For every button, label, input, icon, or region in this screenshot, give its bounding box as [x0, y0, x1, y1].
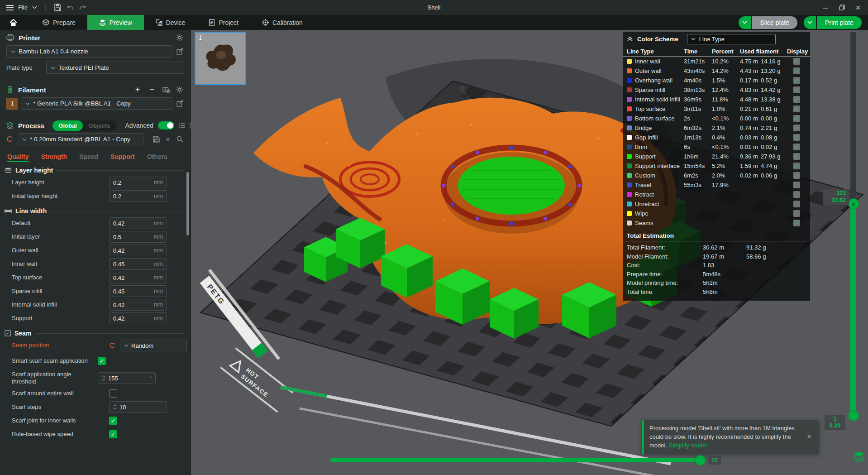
setting-input[interactable]: 0.45mm — [109, 258, 167, 270]
display-checkbox[interactable]: ✓ — [793, 210, 800, 217]
collapse-panel-icon[interactable] — [627, 36, 633, 42]
display-checkbox[interactable]: ✓ — [793, 163, 800, 169]
printer-settings-gear-icon[interactable] — [175, 33, 184, 42]
save-icon[interactable] — [54, 4, 62, 11]
setting-input[interactable]: 0.42mm — [109, 299, 167, 311]
scarf-steps-spinner[interactable]: 10 — [109, 401, 167, 413]
tab-calibration[interactable]: Calibration — [250, 15, 315, 30]
setting-input[interactable]: 0.42mm — [109, 272, 167, 283]
add-filament-button[interactable]: + — [133, 85, 143, 94]
preview-viewport[interactable]: Bambu Textured PEI Plate PETG HOT SURFAC… — [191, 30, 868, 475]
process-tab[interactable]: Quality — [7, 153, 29, 162]
display-checkbox[interactable]: ✓ — [793, 172, 800, 179]
display-checkbox[interactable]: ✓ — [793, 115, 800, 122]
process-tab[interactable]: Speed — [79, 153, 98, 162]
layer-slider-track-range[interactable] — [850, 204, 856, 416]
plate-type-dropdown[interactable]: Textured PEI Plate — [46, 62, 184, 74]
tab-preview[interactable]: Preview — [87, 15, 144, 30]
process-list-icon[interactable] — [179, 121, 185, 130]
display-checkbox[interactable]: ✓ — [793, 220, 800, 226]
process-reset-icon[interactable] — [6, 136, 13, 143]
display-checkbox[interactable]: ✓ — [793, 153, 800, 160]
slice-options-chevron-icon[interactable] — [739, 16, 751, 29]
setting-input[interactable]: 0.42mm — [109, 312, 167, 324]
display-checkbox[interactable]: ✓ — [793, 125, 800, 131]
scope-objects[interactable]: Objects — [83, 120, 116, 131]
seam-position-reset-icon[interactable] — [109, 342, 115, 349]
printer-edit-icon[interactable] — [175, 47, 184, 56]
layer-slider-bottom-handle[interactable] — [848, 410, 859, 421]
minimize-button[interactable] — [819, 2, 832, 14]
layers-view-icon[interactable] — [853, 451, 866, 464]
view-mode-dropdown[interactable]: Line Type — [687, 34, 776, 44]
close-button[interactable]: × — [852, 2, 864, 14]
display-checkbox[interactable]: ✓ — [793, 58, 800, 65]
setting-input[interactable]: 0.2mm — [109, 177, 167, 188]
notification-close-icon[interactable]: × — [804, 431, 815, 442]
ams-sync-icon[interactable] — [162, 85, 171, 94]
display-checkbox[interactable]: ✓ — [793, 182, 800, 188]
filament-edit-icon[interactable] — [175, 99, 184, 108]
tab-device[interactable]: Device — [144, 15, 197, 30]
display-checkbox[interactable]: ✓ — [793, 134, 800, 141]
setting-input[interactable]: 0.42mm — [109, 217, 167, 229]
filament-settings-gear-icon[interactable] — [175, 85, 184, 94]
search-icon[interactable] — [175, 135, 184, 144]
redo-icon[interactable] — [79, 4, 87, 11]
delete-preset-icon[interactable]: × — [163, 135, 172, 144]
plate-thumbnail[interactable]: 1 — [195, 32, 246, 85]
display-checkbox[interactable]: ✓ — [793, 144, 800, 150]
display-checkbox[interactable]: ✓ — [793, 77, 800, 84]
filament-preset-dropdown[interactable]: * Generic PLA Silk @BBL A1 - Copy — [21, 97, 172, 110]
setting-input[interactable]: 0.42mm — [109, 245, 167, 256]
file-menu-chevron-icon[interactable] — [32, 6, 37, 9]
display-checkbox[interactable]: ✓ — [793, 67, 800, 74]
print-options-chevron-icon[interactable] — [804, 16, 816, 29]
layer-slider-top-handle[interactable]: + — [848, 198, 859, 209]
process-tab[interactable]: Strength — [41, 153, 67, 162]
scope-global[interactable]: Global — [52, 120, 82, 131]
display-checkbox[interactable]: ✓ — [793, 96, 800, 103]
move-slider-handle[interactable] — [695, 455, 706, 465]
display-checkbox[interactable]: ✓ — [793, 201, 800, 207]
setting-row: Initial layer 0.5mm — [0, 230, 191, 244]
process-tab[interactable]: Others — [147, 153, 167, 162]
undo-icon[interactable] — [66, 4, 74, 11]
tab-prepare[interactable]: Prepare — [31, 15, 87, 30]
display-checkbox[interactable]: ✓ — [793, 86, 800, 93]
slice-plate-button[interactable]: Slice plate — [739, 16, 797, 29]
file-menu[interactable]: File — [18, 4, 28, 11]
remove-filament-button[interactable]: − — [147, 85, 157, 94]
wipe-speed-checkbox[interactable]: ✓ — [109, 430, 117, 438]
advanced-toggle[interactable] — [158, 121, 174, 130]
color-scheme-header: Color Scheme Line Type — [623, 32, 810, 46]
setting-input[interactable]: 0.45mm — [109, 285, 167, 297]
scarf-around-checkbox[interactable]: ✓ — [109, 389, 117, 398]
filament-slot-number[interactable]: 1 — [6, 98, 18, 110]
display-checkbox[interactable]: ✓ — [793, 106, 800, 112]
home-tab[interactable] — [0, 15, 26, 30]
process-section-header: Process Global Objects Advanced — [0, 118, 191, 133]
restore-button[interactable] — [835, 2, 848, 14]
display-checkbox[interactable]: ✓ — [793, 191, 800, 198]
layer-slider-track-upper[interactable] — [850, 32, 856, 204]
process-scope-toggle[interactable]: Global Objects — [52, 120, 116, 131]
process-preset-dropdown[interactable]: * 0.20mm Standard @BBL A1 - Copy — [18, 133, 143, 145]
seam-position-dropdown[interactable]: Random — [120, 340, 187, 351]
save-preset-icon[interactable] — [152, 135, 161, 144]
simplify-model-link[interactable]: Simplify model — [669, 442, 707, 449]
print-plate-button[interactable]: Print plate — [804, 16, 862, 29]
smart-scarf-checkbox[interactable]: ✓ — [98, 357, 106, 365]
tab-project[interactable]: Project — [197, 15, 250, 30]
line-type-percent: 2.0% — [712, 172, 740, 179]
scarf-angle-spinner[interactable]: 155 ° — [98, 372, 156, 384]
sidebar-scrollbar[interactable] — [186, 172, 189, 235]
hamburger-menu-icon[interactable] — [6, 5, 14, 10]
setting-input[interactable]: 0.2mm — [109, 190, 167, 202]
setting-input[interactable]: 0.5mm — [109, 231, 167, 243]
process-tab[interactable]: Support — [110, 153, 135, 162]
scarf-joint-checkbox[interactable]: ✓ — [109, 417, 117, 425]
line-type-weight: 13.38 g — [761, 96, 787, 103]
printer-preset-dropdown[interactable]: Bambu Lab A1 0.4 nozzle — [6, 45, 172, 58]
move-slider-track[interactable] — [330, 458, 701, 462]
